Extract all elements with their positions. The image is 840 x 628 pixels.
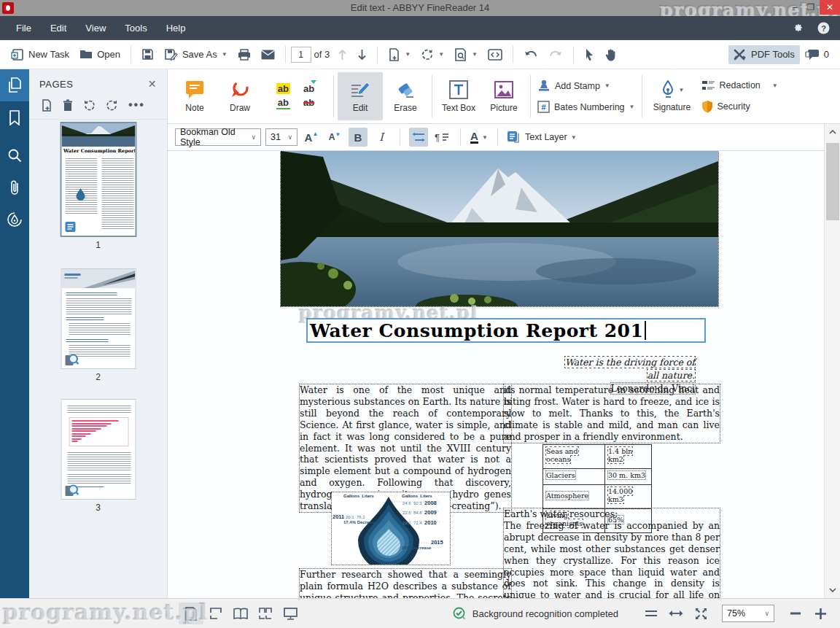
new-task-button[interactable]: New Task [6, 45, 74, 64]
paragraph-right-2[interactable]: Earth's water resources: The freezing of… [504, 508, 720, 598]
single-page-view-button[interactable] [179, 602, 203, 624]
menu-tools[interactable]: Tools [116, 18, 155, 38]
picture-button[interactable]: Picture [481, 72, 526, 120]
sidebar-tab-pages[interactable] [0, 69, 29, 101]
pdf-tools-button[interactable]: PDF Tools [728, 45, 800, 64]
strikethrough-text-button[interactable]: ab [302, 97, 316, 109]
paragraph-right-1[interactable]: its normal temperature in scorching heat… [504, 384, 720, 443]
infographic-row-2011: 2011 20.1 76.2 [332, 513, 365, 520]
page-thumbnail-1[interactable]: Water Consumption Report 201 [60, 122, 136, 237]
open-button[interactable]: Open [74, 46, 125, 63]
edit-button[interactable]: Edit [338, 72, 383, 120]
rotate-button[interactable]: ▼ [416, 45, 449, 64]
menu-view[interactable]: View [77, 18, 114, 38]
menu-edit[interactable]: Edit [42, 18, 75, 38]
table-row[interactable]: Atmosphere14.000 km3 [543, 485, 652, 509]
bold-button[interactable]: B [349, 128, 368, 147]
close-button[interactable]: ✕ [820, 0, 840, 15]
font-color-button[interactable]: A ▼ [470, 128, 489, 147]
fit-lines-button[interactable] [639, 602, 664, 624]
previous-page-button[interactable] [332, 46, 352, 63]
line-spacing-button[interactable] [409, 128, 428, 147]
two-page-continuous-button[interactable] [253, 602, 278, 624]
rotate-icon [421, 48, 434, 61]
vertical-scrollbar[interactable] [824, 124, 840, 598]
table-row[interactable]: Glaciers30 m. km3 [543, 469, 652, 485]
preview-button[interactable]: ▼ [449, 45, 483, 64]
erase-button[interactable]: Erase [383, 72, 428, 120]
decrease-font-button[interactable]: A▼ [325, 128, 344, 147]
panel-rotate-right-icon[interactable] [106, 99, 118, 112]
underline-text-button[interactable]: ab [276, 97, 290, 109]
two-page-view-button[interactable] [228, 602, 253, 624]
page-thumbnail-2[interactable] [61, 268, 136, 369]
print-button[interactable] [233, 46, 256, 63]
close-panel-icon[interactable]: ✕ [148, 78, 157, 90]
bates-numbering-button[interactable]: # Bates Numbering ▼ [534, 98, 638, 115]
fullscreen-view-button[interactable] [278, 602, 303, 624]
page-number-input[interactable] [291, 47, 311, 63]
add-pages-button[interactable]: ▼ [383, 45, 416, 64]
increase-font-button[interactable]: A▲ [302, 128, 321, 147]
fit-page-button[interactable] [688, 602, 713, 624]
water-drop-infographic[interactable]: Gallons Liters Gallons Liters 24.6 92.3 … [332, 492, 450, 565]
paragraph-left-2[interactable]: Further research showed that a seemingly… [300, 569, 511, 598]
sidebar-tab-attachments[interactable] [0, 171, 29, 203]
redaction-button[interactable]: Redaction ▼ [699, 77, 781, 93]
font-size-select[interactable]: 31 ∨ [265, 128, 298, 146]
scroll-down-icon[interactable] [825, 582, 840, 598]
text-box-button[interactable]: Text Box [436, 72, 481, 120]
zoom-out-button[interactable] [783, 602, 808, 624]
panel-more-icon[interactable]: ••• [128, 98, 145, 112]
text-layer-button[interactable]: Text Layer ▼ [507, 131, 577, 144]
italic-button[interactable]: I [372, 128, 391, 147]
next-page-button[interactable] [352, 46, 372, 63]
insert-text-button[interactable]: ab [302, 83, 316, 94]
paragraph-settings-button[interactable]: ¶ [432, 128, 451, 147]
email-button[interactable] [256, 47, 280, 63]
undo-button[interactable] [518, 47, 543, 63]
sidebar-tab-bookmarks[interactable] [0, 101, 29, 133]
compare-documents-button[interactable] [483, 46, 508, 63]
zoom-level-select[interactable]: 75% ∨ [722, 605, 774, 622]
menu-help[interactable]: Help [158, 18, 195, 38]
open-folder-icon [79, 49, 93, 60]
save-button[interactable] [136, 45, 159, 63]
highlight-text-button[interactable]: ab [276, 83, 290, 94]
save-as-button[interactable]: Save As ▼ [159, 45, 233, 63]
minimize-button[interactable]: – [788, 0, 802, 15]
add-stamp-button[interactable]: Add Stamp ▼ [534, 77, 638, 94]
select-tool-button[interactable] [579, 45, 599, 64]
zoom-caret-icon: ∨ [764, 610, 769, 617]
thumbnail-text-lines [101, 158, 133, 230]
infographic-note-2011: 17.4% Decrease [343, 520, 376, 524]
document-photo[interactable] [281, 151, 718, 306]
document-title-editor[interactable]: Water Consumption Report 201 [306, 318, 706, 343]
panel-add-page-icon[interactable] [41, 99, 52, 112]
comments-button[interactable]: 0 [800, 46, 834, 63]
font-family-select[interactable]: Bookman Old Style ∨ [175, 128, 261, 146]
hand-tool-button[interactable] [599, 45, 622, 64]
zoom-in-button[interactable] [808, 602, 833, 624]
infographic-note-2015: 25% Decrease [402, 546, 431, 550]
scrollbar-thumb[interactable] [826, 143, 839, 220]
save-as-caret-icon: ▼ [222, 51, 228, 58]
panel-rotate-left-icon[interactable] [83, 99, 96, 112]
sidebar-tab-search[interactable] [0, 139, 29, 171]
menu-file[interactable]: File [7, 18, 40, 38]
draw-button[interactable]: Draw [217, 72, 262, 120]
redo-button[interactable] [543, 47, 568, 63]
page-thumbnail-3[interactable] [61, 399, 136, 500]
scroll-up-icon[interactable] [825, 124, 840, 140]
panel-delete-icon[interactable] [63, 99, 73, 112]
table-row[interactable]: Seas and oceans1.4 bln km2 [543, 445, 652, 469]
help-icon[interactable]: ? [817, 22, 830, 34]
continuous-view-button[interactable] [203, 602, 228, 624]
sidebar-tab-digital-signatures[interactable] [0, 203, 29, 236]
note-button[interactable]: Note [172, 72, 217, 120]
settings-gear-icon[interactable] [793, 23, 804, 34]
maximize-button[interactable]: ❐ [804, 0, 818, 15]
signature-button[interactable]: ▼ Signature [646, 72, 699, 120]
fit-width-button[interactable] [664, 602, 688, 624]
security-button[interactable]: Security [699, 98, 781, 115]
